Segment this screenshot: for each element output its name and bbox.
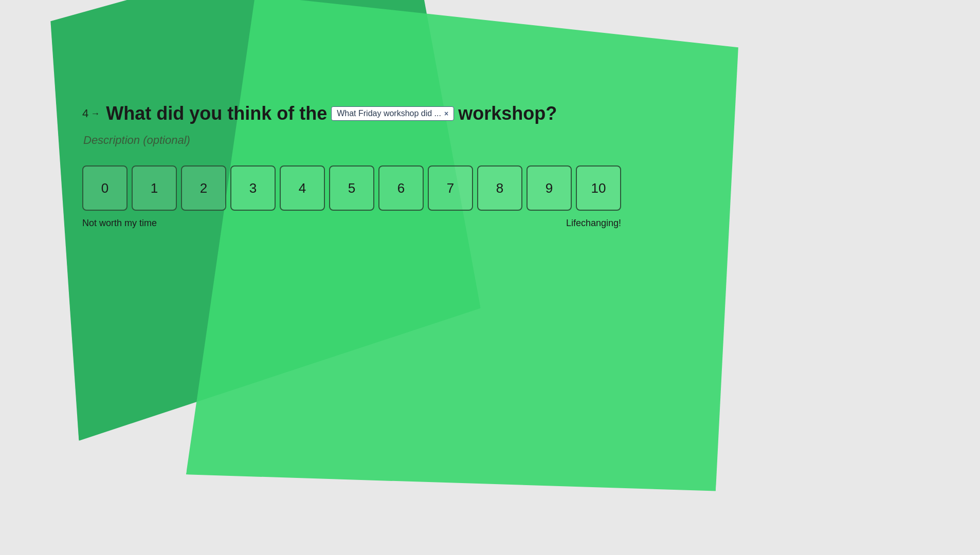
question-number-value: 4: [82, 107, 88, 120]
label-high: Lifechanging!: [566, 218, 621, 229]
chip-label: What Friday workshop did ...: [337, 109, 441, 118]
question-header: 4 → What did you think of the What Frida…: [82, 103, 648, 124]
question-text-after: workshop?: [458, 103, 557, 124]
arrow-icon: →: [90, 108, 100, 119]
rating-box-2[interactable]: 2: [181, 165, 226, 211]
polygon-front: [185, 0, 766, 531]
chip-close-button[interactable]: ×: [444, 110, 448, 117]
rating-labels: Not worth my time Lifechanging!: [82, 218, 621, 229]
question-container: 4 → What did you think of the What Frida…: [82, 103, 648, 229]
question-number: 4 →: [82, 107, 100, 120]
rating-box-5[interactable]: 5: [329, 165, 374, 211]
rating-box-7[interactable]: 7: [428, 165, 473, 211]
description-text: Description (optional): [83, 134, 648, 147]
background: [0, 0, 980, 555]
rating-box-9[interactable]: 9: [527, 165, 572, 211]
rating-box-1[interactable]: 1: [132, 165, 177, 211]
rating-box-10[interactable]: 10: [576, 165, 621, 211]
rating-box-0[interactable]: 0: [82, 165, 128, 211]
rating-box-6[interactable]: 6: [378, 165, 424, 211]
question-text-before: What did you think of the: [106, 103, 327, 124]
rating-box-3[interactable]: 3: [230, 165, 276, 211]
rating-row: 012345678910: [82, 165, 648, 211]
rating-box-8[interactable]: 8: [477, 165, 522, 211]
label-low: Not worth my time: [82, 218, 157, 229]
chip-token[interactable]: What Friday workshop did ... ×: [331, 106, 454, 121]
rating-box-4[interactable]: 4: [280, 165, 325, 211]
